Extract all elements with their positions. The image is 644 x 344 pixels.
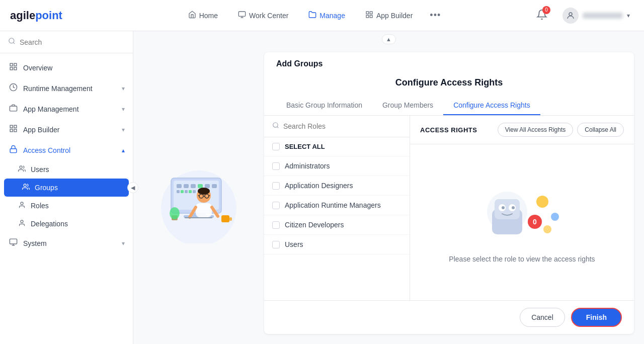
role-administrators[interactable]: Administrators	[264, 156, 410, 176]
runtime-icon	[8, 83, 18, 94]
application-designers-checkbox[interactable]	[272, 182, 280, 190]
main-content: ▲	[133, 31, 644, 344]
role-application-designers[interactable]: Application Designers	[264, 176, 410, 196]
appbuilder-icon	[365, 11, 373, 21]
system-chevron-icon: ▾	[122, 240, 125, 247]
content-area: Add Groups Configure Access Rights Basic…	[133, 47, 644, 344]
sidebar-item-users-label: Users	[31, 165, 49, 174]
svg-rect-32	[184, 184, 189, 188]
role-users[interactable]: Users	[264, 235, 410, 254]
svg-point-71	[512, 206, 515, 209]
svg-rect-58	[185, 217, 212, 218]
svg-rect-39	[185, 190, 188, 193]
svg-rect-0	[238, 12, 245, 16]
nav-workcenter-label: Work Center	[249, 12, 288, 20]
sidebar-collapse-button[interactable]: ◀	[127, 182, 138, 193]
collapse-all-button[interactable]: Collapse All	[577, 123, 624, 137]
nav-workcenter[interactable]: Work Center	[230, 7, 296, 25]
svg-rect-13	[14, 67, 16, 70]
nav-more[interactable]: •••	[425, 7, 446, 24]
administrators-label: Administrators	[285, 162, 330, 170]
user-menu[interactable]: ▾	[558, 6, 634, 26]
nav-home-label: Home	[199, 12, 218, 20]
sidebar-item-accesscontrol-label: Access Control	[23, 146, 70, 154]
application-runtime-managers-checkbox[interactable]	[272, 202, 280, 209]
top-navigation: agilepoint Home Work Center Manage App	[0, 0, 644, 31]
illustration-panel	[143, 52, 254, 334]
svg-point-23	[21, 202, 23, 205]
select-all-checkbox[interactable]	[272, 143, 280, 150]
svg-rect-33	[191, 184, 196, 188]
main-layout: Overview Runtime Management ▾ App Manage…	[0, 31, 644, 344]
sidebar-item-appmanagement-label: App Management	[23, 105, 79, 113]
sidebar-item-appmanagement[interactable]: App Management ▾	[0, 99, 133, 119]
sidebar-item-runtime-label: Runtime Management	[23, 84, 93, 93]
nav-right: 0 ▾	[533, 6, 634, 26]
sidebar: Overview Runtime Management ▾ App Manage…	[0, 31, 133, 344]
sidebar-item-delegations[interactable]: Delegations	[0, 215, 133, 233]
nav-manage[interactable]: Manage	[300, 7, 353, 25]
logo[interactable]: agilepoint	[10, 9, 62, 22]
accesscontrol-icon	[8, 145, 18, 155]
tab-group-members[interactable]: Group Members	[372, 96, 443, 115]
svg-rect-11	[14, 63, 16, 66]
tab-basic-group-info[interactable]: Basic Group Information	[276, 96, 372, 115]
nav-appbuilder[interactable]: App Builder	[357, 7, 421, 25]
tab-configure-access-rights[interactable]: Configure Access Rights	[443, 96, 540, 115]
nav-manage-label: Manage	[319, 12, 345, 20]
card-tabs: Basic Group Information Group Members Co…	[264, 96, 634, 116]
svg-rect-6	[366, 15, 369, 18]
collapse-left-icon: ◀	[131, 185, 135, 191]
access-rights-empty-message: Please select the role to view the acces…	[449, 255, 595, 263]
citizen-developers-label: Citizen Developers	[285, 221, 344, 229]
access-rights-buttons: View All Access Rights Collapse All	[498, 123, 624, 137]
finish-button[interactable]: Finish	[571, 308, 622, 327]
svg-point-21	[20, 166, 22, 168]
application-designers-label: Application Designers	[285, 182, 353, 190]
appbuilder-side-icon	[8, 124, 18, 135]
roles-search-box[interactable]	[264, 116, 410, 137]
users-icon	[18, 165, 26, 174]
sidebar-item-accesscontrol[interactable]: Access Control ▴	[0, 140, 133, 160]
sidebar-item-appbuilder[interactable]: App Builder ▾	[0, 119, 133, 140]
add-groups-title: Add Groups	[276, 59, 323, 68]
collapse-top-button[interactable]: ▲	[382, 34, 396, 44]
collapse-top-area: ▲	[133, 31, 644, 47]
roles-search-input[interactable]	[283, 122, 401, 130]
roles-icon	[18, 201, 26, 210]
sidebar-item-users[interactable]: Users	[0, 160, 133, 179]
sidebar-item-roles[interactable]: Roles	[0, 197, 133, 215]
sidebar-item-system-label: System	[23, 239, 47, 247]
notifications-button[interactable]: 0	[533, 6, 550, 25]
svg-text:0: 0	[533, 218, 537, 226]
sidebar-item-groups[interactable]: Groups	[4, 179, 129, 197]
administrators-checkbox[interactable]	[272, 162, 280, 170]
sidebar-item-overview[interactable]: Overview	[0, 57, 133, 78]
nav-home[interactable]: Home	[180, 7, 226, 25]
svg-rect-15	[10, 106, 17, 111]
sidebar-search-input[interactable]	[20, 38, 125, 46]
role-citizen-developers[interactable]: Citizen Developers	[264, 215, 410, 235]
role-select-all[interactable]: SELECT ALL	[264, 137, 410, 156]
sidebar-item-runtime[interactable]: Runtime Management ▾	[0, 78, 133, 99]
sidebar-search-box[interactable]	[0, 31, 133, 53]
sidebar-search-icon	[8, 37, 16, 47]
cancel-button[interactable]: Cancel	[520, 308, 565, 327]
appmanagement-chevron-icon: ▾	[122, 106, 125, 113]
role-application-runtime-managers[interactable]: Application Runtime Managers	[264, 196, 410, 215]
view-all-access-rights-button[interactable]: View All Access Rights	[498, 123, 574, 137]
svg-rect-5	[370, 15, 372, 18]
access-rights-panel: ACCESS RIGHTS View All Access Rights Col…	[410, 116, 634, 300]
svg-rect-36	[212, 184, 217, 188]
access-rights-header: ACCESS RIGHTS View All Access Rights Col…	[410, 116, 634, 144]
svg-point-45	[170, 207, 180, 219]
svg-point-70	[502, 206, 505, 209]
sidebar-menu: Overview Runtime Management ▾ App Manage…	[0, 53, 133, 257]
sidebar-item-system[interactable]: System ▾	[0, 233, 133, 253]
users-role-label: Users	[285, 240, 303, 248]
users-role-checkbox[interactable]	[272, 241, 280, 248]
citizen-developers-checkbox[interactable]	[272, 221, 280, 229]
roles-panel: SELECT ALL Administrators Application De…	[264, 116, 410, 300]
sidebar-item-overview-label: Overview	[23, 64, 52, 72]
svg-rect-18	[14, 129, 16, 132]
